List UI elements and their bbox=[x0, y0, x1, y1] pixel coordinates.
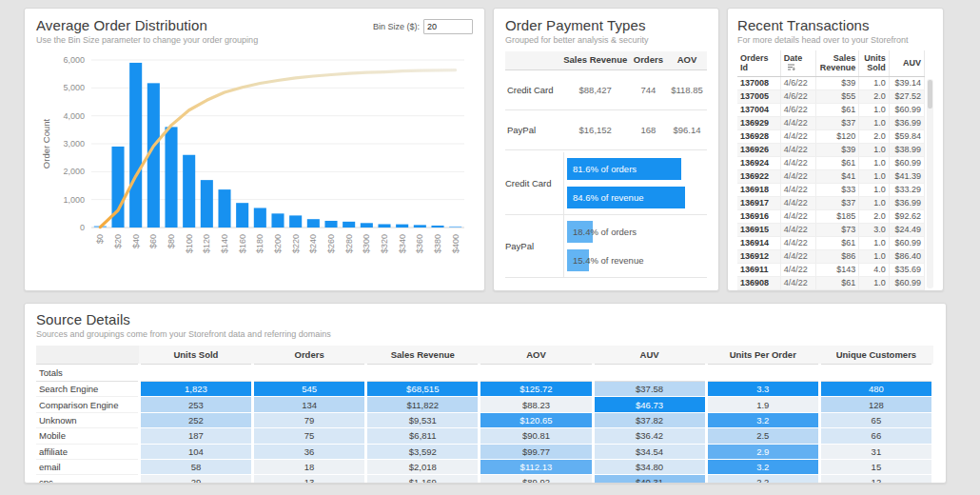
source-heat-cell[interactable]: 31 bbox=[819, 444, 932, 459]
dist-bar-$300[interactable] bbox=[361, 223, 373, 228]
dist-bar-$120[interactable] bbox=[201, 180, 213, 228]
source-row-email[interactable]: email5818$2,018$112.13$34.803.215 bbox=[36, 459, 933, 474]
dist-bar-$80[interactable] bbox=[165, 127, 177, 228]
transaction-row[interactable]: 1370084/6/22$391.0$39.14 bbox=[737, 76, 925, 89]
source-heat-cell[interactable]: 1,823 bbox=[139, 382, 252, 397]
sources-col-header-aov[interactable]: AOV bbox=[480, 346, 593, 365]
transactions-scrollbar[interactable] bbox=[927, 79, 933, 288]
order-distribution-chart[interactable]: 01,0002,0003,0004,0005,0006,000$0$20$40$… bbox=[36, 49, 472, 283]
transaction-row[interactable]: 1369264/4/22$391.0$38.99 bbox=[737, 143, 925, 156]
sources-col-header-orders[interactable]: Orders bbox=[253, 346, 366, 365]
source-heat-cell[interactable]: 36 bbox=[253, 444, 366, 459]
share-bar[interactable]: 18.4% of orders bbox=[567, 221, 707, 243]
source-heat-cell[interactable]: 187 bbox=[139, 428, 252, 444]
transactions-col-header-orders-id[interactable]: Orders Id bbox=[737, 50, 780, 76]
transaction-row[interactable]: 1369174/4/22$371.0$36.99 bbox=[737, 196, 925, 209]
source-heat-cell[interactable]: 253 bbox=[139, 397, 252, 412]
transaction-row[interactable]: 1369294/4/22$371.0$36.99 bbox=[737, 116, 925, 129]
transaction-row[interactable]: 1369284/4/22$1202.0$59.84 bbox=[737, 129, 925, 143]
source-heat-cell[interactable]: $89.92 bbox=[480, 475, 593, 484]
source-heat-cell[interactable]: 1.9 bbox=[706, 397, 819, 412]
source-row-cpc[interactable]: cpc2913$1,169$89.92$40.312.212 bbox=[36, 475, 933, 484]
transaction-row[interactable]: 1370044/6/22$611.0$60.99 bbox=[737, 103, 925, 116]
transactions-scrollbar-thumb[interactable] bbox=[928, 80, 932, 109]
transaction-row[interactable]: 1369084/4/22$611.0$60.99 bbox=[737, 276, 925, 289]
source-row-comparison-engine[interactable]: Comparison Engine253134$11,822$88.23$46.… bbox=[36, 397, 933, 412]
sort-descending-icon[interactable] bbox=[787, 63, 795, 71]
transaction-row[interactable]: 1369164/4/22$1852.0$92.62 bbox=[737, 209, 925, 223]
source-heat-cell[interactable]: 104 bbox=[139, 444, 252, 459]
source-heat-cell[interactable]: $90.81 bbox=[480, 428, 593, 444]
source-heat-cell[interactable]: 15 bbox=[819, 459, 932, 474]
dist-bar-$240[interactable] bbox=[307, 219, 320, 228]
payment-row-credit-card[interactable]: Credit Card$88,427744$118.85 bbox=[505, 69, 707, 109]
source-heat-cell[interactable]: $68,515 bbox=[366, 382, 480, 397]
share-bar[interactable]: 15.4% of revenue bbox=[567, 249, 707, 271]
source-heat-cell[interactable]: $34.54 bbox=[593, 444, 706, 459]
dist-bar-$320[interactable] bbox=[378, 224, 390, 228]
transactions-col-header-date[interactable]: Date bbox=[780, 50, 815, 76]
dist-bar-$180[interactable] bbox=[254, 208, 266, 228]
source-heat-cell[interactable]: $112.13 bbox=[480, 459, 593, 474]
dist-bar-$220[interactable] bbox=[289, 215, 302, 228]
source-heat-cell[interactable]: 2.2 bbox=[706, 475, 819, 484]
source-heat-cell[interactable]: $46.73 bbox=[593, 397, 706, 412]
transaction-row[interactable]: 1370054/6/22$552.0$27.52 bbox=[737, 89, 925, 103]
source-heat-cell[interactable]: 18 bbox=[253, 459, 366, 474]
source-heat-cell[interactable]: $88.23 bbox=[480, 397, 593, 412]
source-heat-cell[interactable]: 2.5 bbox=[706, 428, 819, 444]
payment-row-paypal[interactable]: PayPal$16,152168$96.14 bbox=[505, 109, 707, 149]
source-heat-cell[interactable]: $2,018 bbox=[366, 459, 480, 474]
source-row-search-engine[interactable]: Search Engine1,823545$68,515$125.72$37.5… bbox=[36, 382, 933, 397]
source-heat-cell[interactable]: 13 bbox=[253, 475, 366, 484]
source-heat-cell[interactable]: 58 bbox=[139, 459, 252, 474]
sources-col-header-unique-customers[interactable]: Unique Customers bbox=[819, 346, 932, 365]
source-heat-cell[interactable]: $36.42 bbox=[593, 428, 706, 444]
source-heat-cell[interactable]: $3,592 bbox=[366, 444, 480, 459]
source-heat-cell[interactable]: 2.9 bbox=[706, 444, 819, 459]
source-heat-cell[interactable]: $125.72 bbox=[480, 382, 593, 397]
sources-col-header-units-sold[interactable]: Units Sold bbox=[139, 346, 252, 365]
transaction-row[interactable]: 1369154/4/22$733.0$24.49 bbox=[737, 223, 925, 236]
source-heat-cell[interactable]: 545 bbox=[253, 382, 366, 397]
transaction-row[interactable]: 1369184/4/22$331.0$33.29 bbox=[737, 183, 925, 196]
dist-bar-$160[interactable] bbox=[236, 203, 248, 228]
source-heat-cell[interactable]: $120.65 bbox=[480, 412, 593, 427]
source-heat-cell[interactable]: 3.2 bbox=[706, 412, 819, 427]
sources-col-header-blank[interactable] bbox=[36, 346, 139, 365]
source-heat-cell[interactable]: 480 bbox=[819, 382, 932, 397]
source-heat-cell[interactable]: $1,169 bbox=[366, 475, 480, 484]
source-heat-cell[interactable]: $37.58 bbox=[593, 382, 706, 397]
source-heat-cell[interactable]: 252 bbox=[139, 412, 252, 427]
transaction-row[interactable]: 1369124/4/22$861.0$86.40 bbox=[737, 249, 925, 263]
dist-bar-$40[interactable] bbox=[129, 63, 142, 228]
dist-bar-$140[interactable] bbox=[218, 189, 230, 228]
dist-bar-$380[interactable] bbox=[431, 226, 443, 228]
share-bar[interactable]: 81.6% of orders bbox=[567, 158, 707, 180]
sources-col-header-sales-revenue[interactable]: Sales Revenue bbox=[366, 346, 480, 365]
dist-bar-$260[interactable] bbox=[324, 221, 337, 228]
transaction-row[interactable]: 1369244/4/22$611.0$60.99 bbox=[737, 156, 925, 169]
transaction-row[interactable]: 1369224/4/22$411.0$41.39 bbox=[737, 169, 925, 183]
transactions-col-header-sales-revenue[interactable]: Sales Revenue bbox=[816, 50, 859, 76]
source-heat-cell[interactable]: 29 bbox=[139, 475, 252, 484]
source-heat-cell[interactable]: 128 bbox=[819, 397, 932, 412]
source-heat-cell[interactable]: 75 bbox=[253, 428, 366, 444]
source-heat-cell[interactable]: 66 bbox=[819, 428, 932, 444]
source-heat-cell[interactable]: 134 bbox=[253, 397, 366, 412]
transaction-row[interactable]: 1369114/4/22$1434.0$35.69 bbox=[737, 263, 925, 276]
transactions-col-header-auv[interactable]: AUV bbox=[889, 50, 924, 76]
source-heat-cell[interactable]: $11,822 bbox=[366, 397, 480, 412]
source-heat-cell[interactable]: $34.80 bbox=[593, 459, 706, 474]
source-heat-cell[interactable]: 3.2 bbox=[706, 459, 819, 474]
source-heat-cell[interactable]: $40.31 bbox=[593, 475, 706, 484]
source-heat-cell[interactable]: $6,811 bbox=[366, 428, 480, 444]
share-bar[interactable]: 84.6% of revenue bbox=[567, 187, 707, 208]
sources-col-header-units-per-order[interactable]: Units Per Order bbox=[706, 346, 819, 365]
dist-bar-$400[interactable] bbox=[449, 227, 461, 228]
source-heat-cell[interactable]: 79 bbox=[253, 412, 366, 427]
dist-bar-$100[interactable] bbox=[183, 155, 195, 228]
bin-size-input[interactable] bbox=[423, 19, 473, 34]
dist-bar-$280[interactable] bbox=[343, 222, 355, 228]
dist-bar-$340[interactable] bbox=[396, 225, 408, 228]
